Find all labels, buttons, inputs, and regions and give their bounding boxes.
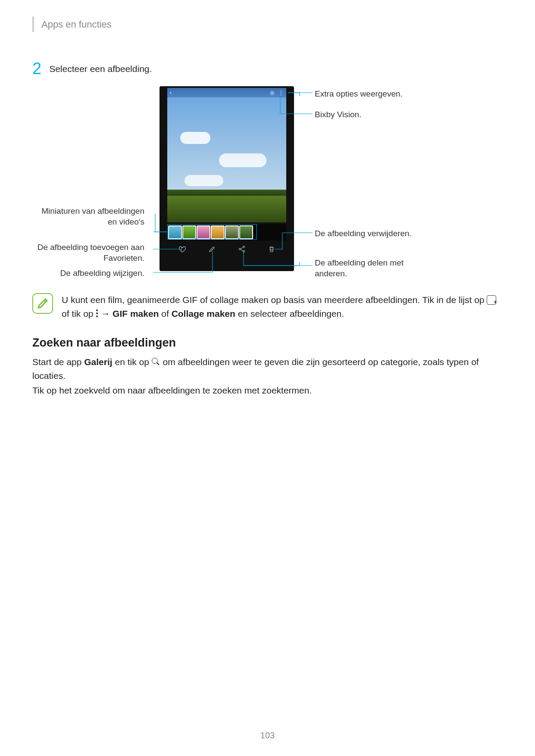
phone-screenshot: ‹ ◎ ⋮	[160, 86, 294, 271]
paragraph-2: Tik op het zoekveld om naar afbeeldingen…	[32, 384, 502, 397]
phone-topbar: ‹ ◎ ⋮	[167, 88, 286, 97]
callout-edit: De afbeelding wijzigen.	[32, 268, 144, 279]
note-arrow: →	[98, 309, 113, 319]
photo-preview	[167, 97, 286, 222]
callout-delete: De afbeelding verwijderen.	[315, 228, 412, 239]
thumbnail-strip	[167, 224, 286, 241]
note-of: of	[159, 309, 171, 319]
thumbnail	[211, 225, 225, 239]
note-text: U kunt een film, geanimeerde GIF of coll…	[62, 293, 502, 320]
para1-a: Start de app	[32, 357, 84, 367]
svg-point-1	[239, 248, 241, 250]
diagram: ‹ ◎ ⋮	[32, 86, 502, 289]
callout-thumbs: Miniaturen van afbeeldingen en video's	[32, 206, 144, 227]
note-collage: Collage maken	[172, 309, 235, 319]
svg-point-2	[243, 250, 244, 252]
thumbnail	[182, 225, 196, 239]
step-2: 2 Selecteer een afbeelding.	[32, 59, 152, 78]
thumbnail	[225, 225, 239, 239]
note-icon	[32, 293, 53, 314]
thumbnail	[168, 225, 182, 239]
para1-b: en tik op	[113, 357, 152, 367]
note-gif: GIF maken	[113, 309, 159, 319]
page-number: 103	[0, 731, 535, 740]
search-icon	[152, 358, 160, 366]
share-icon	[236, 243, 248, 255]
create-collage-icon	[487, 295, 496, 305]
paragraph-1: Start de app Galerij en tik op om afbeel…	[32, 355, 502, 382]
back-icon: ‹	[170, 90, 172, 96]
step-number: 2	[32, 59, 41, 78]
thumbnail	[239, 225, 253, 239]
note-part2: of tik op	[62, 309, 96, 319]
favorite-icon	[176, 243, 188, 255]
note-part1: U kunt een film, geanimeerde GIF of coll…	[62, 295, 487, 305]
callout-favorite: De afbeelding toevoegen aan Favorieten.	[32, 242, 144, 263]
note-part3: en selecteer afbeeldingen.	[235, 309, 344, 319]
more-options-icon	[96, 309, 98, 318]
bixby-vision-icon: ◎	[270, 90, 274, 96]
callout-extra-options: Extra opties weergeven.	[315, 89, 403, 100]
note-box: U kunt een film, geanimeerde GIF of coll…	[32, 293, 502, 320]
callout-bixby: Bixby Vision.	[315, 109, 361, 120]
step-text: Selecteer een afbeelding.	[49, 64, 152, 74]
header-rule	[32, 16, 34, 32]
para1-galerij: Galerij	[84, 357, 112, 367]
more-options-icon: ⋮	[278, 90, 284, 96]
section-heading: Zoeken naar afbeeldingen	[32, 336, 176, 350]
callout-share: De afbeelding delen met anderen.	[315, 258, 427, 279]
thumbnail	[197, 225, 210, 239]
svg-point-0	[243, 246, 244, 248]
delete-icon	[266, 243, 278, 255]
page-header-title: Apps en functies	[41, 19, 112, 30]
edit-icon	[206, 243, 218, 255]
action-bar	[167, 242, 286, 256]
